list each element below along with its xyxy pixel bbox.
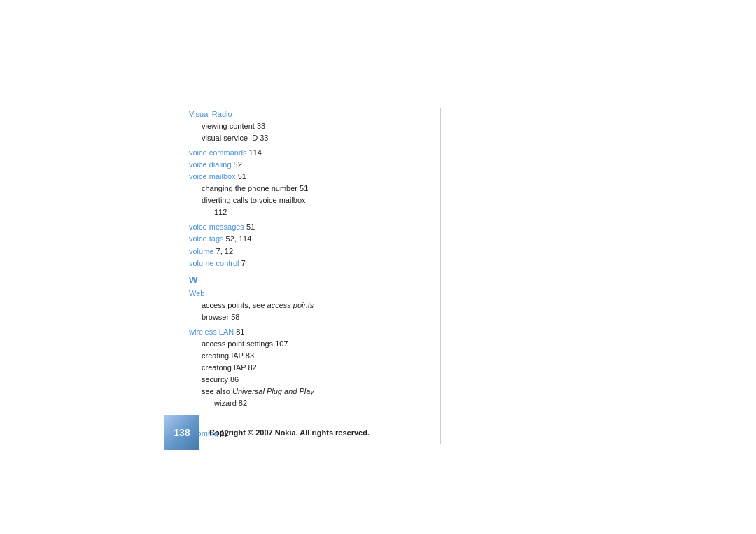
volume-control-page: 7 xyxy=(241,259,246,267)
vertical-divider xyxy=(440,108,441,444)
voice-dialing-page: 52 xyxy=(234,160,242,169)
w-section-letter: W xyxy=(189,275,441,286)
access-points-see-entry: access points, see access points xyxy=(189,300,441,311)
voice-mailbox-link[interactable]: voice mailbox xyxy=(189,172,236,181)
voice-mailbox-section: voice mailbox 51 changing the phone numb… xyxy=(189,171,441,218)
creating-iap-entry: creating IAP 83 xyxy=(189,350,441,362)
voice-mailbox-page: 51 xyxy=(238,172,246,181)
voice-messages-link[interactable]: voice messages xyxy=(189,223,244,231)
visual-service-id-entry: visual service ID 33 xyxy=(189,132,441,144)
web-section: Web access points, see access points bro… xyxy=(189,288,441,323)
wireless-lan-entry: wireless LAN 81 xyxy=(189,326,441,338)
voice-messages-entry: voice messages 51 xyxy=(189,221,441,233)
universal-plug-italic: Universal Plug and Play xyxy=(232,387,314,395)
page-number-box: 138 xyxy=(164,415,200,450)
page-footer: 138 Copyright © 2007 Nokia. All rights r… xyxy=(164,415,686,450)
voice-commands-link[interactable]: voice commands xyxy=(189,148,247,157)
visual-radio-link[interactable]: Visual Radio xyxy=(189,110,232,118)
voice-commands-entry: voice commands 114 xyxy=(189,147,441,159)
access-points-italic: access points xyxy=(267,301,314,309)
voice-mailbox-entry: voice mailbox 51 xyxy=(189,171,441,183)
voice-tags-entry: voice tags 52, 114 xyxy=(189,233,441,245)
voice-messages-page: 51 xyxy=(246,223,255,231)
page-container: Visual Radio viewing content 33 visual s… xyxy=(0,0,756,534)
voice-dialing-link[interactable]: voice dialing xyxy=(189,160,232,169)
wireless-lan-link[interactable]: wireless LAN xyxy=(189,328,234,336)
browser-entry: browser 58 xyxy=(189,311,441,323)
creatong-iap-entry: creatong IAP 82 xyxy=(189,362,441,374)
visual-radio-entry: Visual Radio xyxy=(189,108,441,120)
page-number: 138 xyxy=(174,427,190,438)
visual-radio-section: Visual Radio viewing content 33 visual s… xyxy=(189,108,441,144)
diverting-calls-page: 112 xyxy=(189,206,441,218)
wireless-lan-section: wireless LAN 81 access point settings 10… xyxy=(189,326,441,409)
web-entry: Web xyxy=(189,288,441,300)
wireless-lan-page: 81 xyxy=(236,328,244,336)
voice-tags-pages: 52, 114 xyxy=(226,234,252,243)
volume-control-link[interactable]: volume control xyxy=(189,259,239,267)
voice-dialing-entry: voice dialing 52 xyxy=(189,159,441,171)
volume-entry: volume 7, 12 xyxy=(189,246,441,258)
content-area: Visual Radio viewing content 33 visual s… xyxy=(189,108,441,444)
web-link[interactable]: Web xyxy=(189,289,204,297)
access-point-settings-entry: access point settings 107 xyxy=(189,338,441,350)
wizard-entry: wizard 82 xyxy=(189,398,441,409)
security-entry: security 86 xyxy=(189,374,441,386)
volume-control-entry: volume control 7 xyxy=(189,258,441,269)
volume-link[interactable]: volume xyxy=(189,247,214,255)
changing-phone-number-entry: changing the phone number 51 xyxy=(189,183,441,195)
volume-pages: 7, 12 xyxy=(216,247,233,255)
voice-tags-link[interactable]: voice tags xyxy=(189,234,224,243)
viewing-content-entry: viewing content 33 xyxy=(189,120,441,132)
see-also-entry: see also Universal Plug and Play xyxy=(189,386,441,398)
copyright-text: Copyright © 2007 Nokia. All rights reser… xyxy=(209,428,370,437)
diverting-calls-entry: diverting calls to voice mailbox xyxy=(189,195,441,206)
voice-commands-page: 114 xyxy=(249,148,262,157)
